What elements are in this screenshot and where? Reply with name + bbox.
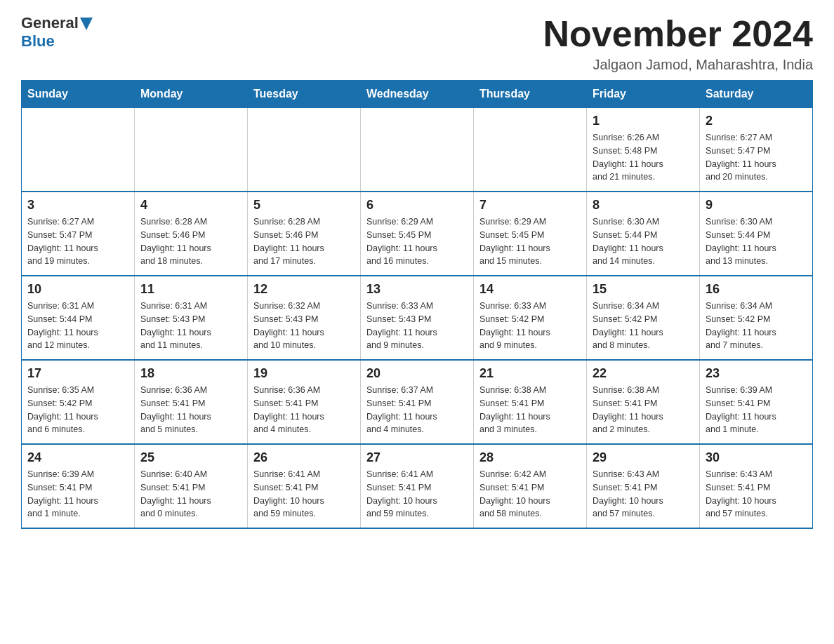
day-info: Sunrise: 6:31 AMSunset: 5:44 PMDaylight:…: [27, 300, 128, 352]
day-number: 27: [366, 450, 468, 465]
calendar-cell: 1Sunrise: 6:26 AMSunset: 5:48 PMDaylight…: [587, 108, 700, 192]
day-info: Sunrise: 6:41 AMSunset: 5:41 PMDaylight:…: [253, 468, 355, 521]
day-number: 9: [706, 198, 807, 213]
logo: General Blue: [21, 14, 93, 51]
calendar-cell: 7Sunrise: 6:29 AMSunset: 5:45 PMDaylight…: [474, 192, 587, 276]
day-number: 21: [479, 366, 581, 381]
calendar-cell: [474, 108, 587, 192]
day-number: 11: [140, 282, 241, 297]
calendar-cell: [361, 108, 474, 192]
day-number: 10: [27, 282, 128, 297]
day-info: Sunrise: 6:27 AMSunset: 5:47 PMDaylight:…: [706, 131, 807, 184]
calendar-cell: 4Sunrise: 6:28 AMSunset: 5:46 PMDaylight…: [135, 192, 248, 276]
calendar-day-header: Friday: [587, 81, 700, 108]
calendar-cell: 27Sunrise: 6:41 AMSunset: 5:41 PMDayligh…: [361, 444, 474, 528]
day-number: 6: [366, 198, 468, 213]
calendar-week-row: 17Sunrise: 6:35 AMSunset: 5:42 PMDayligh…: [22, 360, 813, 444]
day-info: Sunrise: 6:39 AMSunset: 5:41 PMDaylight:…: [27, 468, 128, 521]
day-number: 1: [593, 114, 694, 128]
calendar-cell: 17Sunrise: 6:35 AMSunset: 5:42 PMDayligh…: [22, 360, 135, 444]
calendar-cell: 26Sunrise: 6:41 AMSunset: 5:41 PMDayligh…: [248, 444, 361, 528]
location-subtitle: Jalgaon Jamod, Maharashtra, India: [543, 57, 813, 73]
logo-triangle-icon: [80, 18, 93, 30]
calendar-cell: 29Sunrise: 6:43 AMSunset: 5:41 PMDayligh…: [587, 444, 700, 528]
calendar-cell: 2Sunrise: 6:27 AMSunset: 5:47 PMDaylight…: [700, 108, 813, 192]
calendar-cell: 20Sunrise: 6:37 AMSunset: 5:41 PMDayligh…: [361, 360, 474, 444]
day-number: 7: [479, 198, 581, 213]
calendar-cell: 14Sunrise: 6:33 AMSunset: 5:42 PMDayligh…: [474, 276, 587, 360]
calendar-header-row: SundayMondayTuesdayWednesdayThursdayFrid…: [22, 81, 813, 108]
day-number: 15: [593, 282, 694, 297]
svg-marker-0: [80, 18, 93, 30]
calendar-cell: 5Sunrise: 6:28 AMSunset: 5:46 PMDaylight…: [248, 192, 361, 276]
calendar-cell: 18Sunrise: 6:36 AMSunset: 5:41 PMDayligh…: [135, 360, 248, 444]
day-number: 17: [27, 366, 128, 381]
calendar-cell: 19Sunrise: 6:36 AMSunset: 5:41 PMDayligh…: [248, 360, 361, 444]
calendar-cell: 30Sunrise: 6:43 AMSunset: 5:41 PMDayligh…: [700, 444, 813, 528]
calendar-cell: 24Sunrise: 6:39 AMSunset: 5:41 PMDayligh…: [22, 444, 135, 528]
calendar-cell: 11Sunrise: 6:31 AMSunset: 5:43 PMDayligh…: [135, 276, 248, 360]
day-number: 30: [706, 450, 807, 465]
day-info: Sunrise: 6:40 AMSunset: 5:41 PMDaylight:…: [140, 468, 241, 521]
calendar-table: SundayMondayTuesdayWednesdayThursdayFrid…: [21, 80, 813, 529]
day-number: 18: [140, 366, 241, 381]
calendar-day-header: Tuesday: [248, 81, 361, 108]
day-info: Sunrise: 6:41 AMSunset: 5:41 PMDaylight:…: [366, 468, 468, 521]
calendar-cell: [135, 108, 248, 192]
calendar-week-row: 10Sunrise: 6:31 AMSunset: 5:44 PMDayligh…: [22, 276, 813, 360]
calendar-day-header: Monday: [135, 81, 248, 108]
day-info: Sunrise: 6:43 AMSunset: 5:41 PMDaylight:…: [593, 468, 694, 521]
day-info: Sunrise: 6:42 AMSunset: 5:41 PMDaylight:…: [479, 468, 581, 521]
day-info: Sunrise: 6:33 AMSunset: 5:43 PMDaylight:…: [366, 300, 468, 352]
day-info: Sunrise: 6:32 AMSunset: 5:43 PMDaylight:…: [253, 300, 355, 352]
day-number: 5: [253, 198, 355, 213]
calendar-cell: 28Sunrise: 6:42 AMSunset: 5:41 PMDayligh…: [474, 444, 587, 528]
calendar-cell: 22Sunrise: 6:38 AMSunset: 5:41 PMDayligh…: [587, 360, 700, 444]
day-number: 8: [593, 198, 694, 213]
day-number: 3: [27, 198, 128, 213]
logo-blue-text: Blue: [21, 32, 55, 51]
day-info: Sunrise: 6:29 AMSunset: 5:45 PMDaylight:…: [366, 215, 468, 268]
day-info: Sunrise: 6:35 AMSunset: 5:42 PMDaylight:…: [27, 384, 128, 436]
day-number: 12: [253, 282, 355, 297]
calendar-cell: [22, 108, 135, 192]
day-number: 25: [140, 450, 241, 465]
day-info: Sunrise: 6:28 AMSunset: 5:46 PMDaylight:…: [140, 215, 241, 268]
calendar-cell: 6Sunrise: 6:29 AMSunset: 5:45 PMDaylight…: [361, 192, 474, 276]
title-block: November 2024 Jalgaon Jamod, Maharashtra…: [543, 14, 813, 73]
calendar-cell: 9Sunrise: 6:30 AMSunset: 5:44 PMDaylight…: [700, 192, 813, 276]
calendar-cell: 13Sunrise: 6:33 AMSunset: 5:43 PMDayligh…: [361, 276, 474, 360]
day-info: Sunrise: 6:31 AMSunset: 5:43 PMDaylight:…: [140, 300, 241, 352]
day-number: 26: [253, 450, 355, 465]
page-header: General Blue November 2024 Jalgaon Jamod…: [21, 14, 813, 73]
day-info: Sunrise: 6:30 AMSunset: 5:44 PMDaylight:…: [706, 215, 807, 268]
calendar-cell: 25Sunrise: 6:40 AMSunset: 5:41 PMDayligh…: [135, 444, 248, 528]
day-info: Sunrise: 6:43 AMSunset: 5:41 PMDaylight:…: [706, 468, 807, 521]
calendar-cell: 23Sunrise: 6:39 AMSunset: 5:41 PMDayligh…: [700, 360, 813, 444]
day-number: 19: [253, 366, 355, 381]
calendar-cell: 15Sunrise: 6:34 AMSunset: 5:42 PMDayligh…: [587, 276, 700, 360]
day-number: 22: [593, 366, 694, 381]
day-info: Sunrise: 6:36 AMSunset: 5:41 PMDaylight:…: [253, 384, 355, 436]
calendar-cell: 16Sunrise: 6:34 AMSunset: 5:42 PMDayligh…: [700, 276, 813, 360]
calendar-day-header: Saturday: [700, 81, 813, 108]
day-number: 23: [706, 366, 807, 381]
day-number: 28: [479, 450, 581, 465]
month-title: November 2024: [543, 14, 813, 54]
calendar-day-header: Thursday: [474, 81, 587, 108]
day-info: Sunrise: 6:28 AMSunset: 5:46 PMDaylight:…: [253, 215, 355, 268]
calendar-day-header: Sunday: [22, 81, 135, 108]
day-info: Sunrise: 6:38 AMSunset: 5:41 PMDaylight:…: [593, 384, 694, 436]
day-info: Sunrise: 6:29 AMSunset: 5:45 PMDaylight:…: [479, 215, 581, 268]
calendar-day-header: Wednesday: [361, 81, 474, 108]
calendar-cell: [248, 108, 361, 192]
calendar-cell: 12Sunrise: 6:32 AMSunset: 5:43 PMDayligh…: [248, 276, 361, 360]
day-info: Sunrise: 6:36 AMSunset: 5:41 PMDaylight:…: [140, 384, 241, 436]
day-number: 29: [593, 450, 694, 465]
day-number: 20: [366, 366, 468, 381]
day-info: Sunrise: 6:27 AMSunset: 5:47 PMDaylight:…: [27, 215, 128, 268]
day-number: 14: [479, 282, 581, 297]
calendar-cell: 21Sunrise: 6:38 AMSunset: 5:41 PMDayligh…: [474, 360, 587, 444]
day-info: Sunrise: 6:37 AMSunset: 5:41 PMDaylight:…: [366, 384, 468, 436]
calendar-cell: 8Sunrise: 6:30 AMSunset: 5:44 PMDaylight…: [587, 192, 700, 276]
